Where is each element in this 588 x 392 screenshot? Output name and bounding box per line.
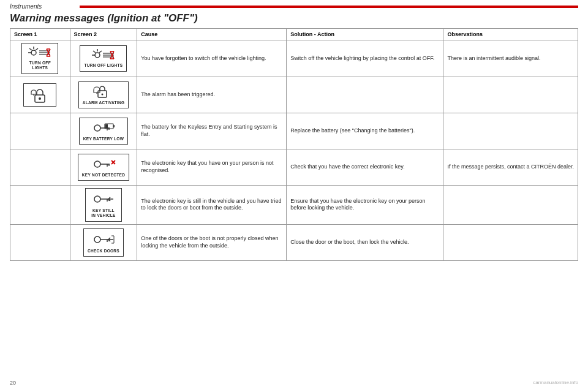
- observations-cell: [443, 77, 578, 113]
- table-row: KEY NOT DETECTED The electronic key that…: [10, 149, 578, 185]
- cause-cell: You have forgotten to switch off the veh…: [137, 40, 287, 77]
- page-title: Warning messages (Ignition at "OFF"): [10, 12, 578, 24]
- table-row: CHECK DOORS One of the doors or the boot…: [10, 224, 578, 260]
- svg-line-3: [36, 48, 38, 50]
- solution-cell: Replace the battery (see "Changing the b…: [287, 113, 443, 149]
- col-header-observations: Observations: [443, 29, 578, 40]
- key-not-detected-icon: [91, 157, 116, 172]
- svg-point-28: [101, 93, 103, 95]
- key-still-in-vehicle-icon: [91, 191, 116, 207]
- turn-off-lights2-icon: [91, 48, 116, 62]
- key-battery-low-icon: [91, 121, 116, 135]
- screen1-cell: [10, 224, 70, 260]
- screen2-cell: KEY NOT DETECTED: [70, 149, 137, 185]
- svg-point-37: [94, 161, 100, 167]
- cause-cell: The electronic key is still in the vehic…: [137, 185, 287, 224]
- turn-off-lights-icon: [27, 46, 53, 59]
- warning-messages-table: Screen 1 Screen 2 Cause Solution - Actio…: [10, 28, 578, 261]
- svg-line-13: [93, 51, 96, 53]
- red-accent-bar: [80, 6, 578, 8]
- solution-cell: Check that you have the correct electron…: [287, 149, 443, 185]
- alarm-icon: [29, 86, 51, 104]
- solution-cell: Ensure that you have the electronic key …: [287, 185, 443, 224]
- solution-cell: Switch off the vehicle lighting by placi…: [287, 40, 443, 77]
- screen1-cell: [10, 77, 70, 113]
- watermark: carmanualonline.info: [533, 380, 578, 386]
- svg-point-48: [94, 236, 100, 243]
- svg-point-30: [94, 125, 100, 131]
- svg-point-16: [95, 53, 100, 58]
- table-row: TURN OFFLIGHTS: [10, 40, 578, 77]
- screen2-cell: CHECK DOORS: [70, 224, 137, 260]
- page-footer: 20 carmanualonline.info: [0, 377, 588, 388]
- section-label: Instruments: [10, 3, 77, 10]
- table-row: ALARM ACTIVATING The alarm has been trig…: [10, 77, 578, 113]
- col-header-screen1: Screen 1: [10, 29, 70, 40]
- col-header-solution: Solution - Action: [287, 29, 443, 40]
- cause-cell: The electronic key that you have on your…: [137, 149, 287, 185]
- screen1-cell: [10, 185, 70, 224]
- cause-cell: The battery for the Keyless Entry and St…: [137, 113, 287, 149]
- solution-cell: Close the door or the boot, then lock th…: [287, 224, 443, 260]
- col-header-screen2: Screen 2: [70, 29, 137, 40]
- screen2-cell: ALARM ACTIVATING: [70, 77, 137, 113]
- screen2-cell: TURN OFF LIGHTS: [70, 40, 137, 77]
- cause-cell: One of the doors or the boot is not prop…: [137, 224, 287, 260]
- observations-cell: There is an intermittent audible signal.: [443, 40, 578, 77]
- observations-cell: [443, 185, 578, 224]
- svg-point-4: [31, 50, 36, 55]
- solution-cell: [287, 77, 443, 113]
- table-row: KEY STILLIN VEHICLE The electronic key i…: [10, 185, 578, 224]
- observations-cell: [443, 113, 578, 149]
- col-header-cause: Cause: [137, 29, 287, 40]
- svg-rect-35: [113, 125, 115, 127]
- observations-cell: [443, 224, 578, 260]
- svg-line-1: [29, 48, 32, 50]
- svg-rect-36: [105, 124, 108, 128]
- svg-point-25: [39, 97, 41, 100]
- check-doors-icon: [91, 232, 116, 247]
- svg-line-15: [99, 51, 102, 53]
- screen1-cell: TURN OFFLIGHTS: [10, 40, 70, 77]
- screen1-cell: [10, 149, 70, 185]
- table-row: KEY BATTERY LOW The battery for the Keyl…: [10, 113, 578, 149]
- main-table-container: Screen 1 Screen 2 Cause Solution - Actio…: [10, 28, 578, 261]
- screen2-cell: KEY BATTERY LOW: [70, 113, 137, 149]
- observations-cell: If the message persists, contact a CITRO…: [443, 149, 578, 185]
- page-number: 20: [10, 380, 16, 386]
- svg-point-43: [94, 196, 100, 202]
- alarm-activating-icon: [92, 85, 115, 99]
- screen1-cell: [10, 113, 70, 149]
- cause-cell: The alarm has been triggered.: [137, 77, 287, 113]
- screen2-cell: KEY STILLIN VEHICLE: [70, 185, 137, 224]
